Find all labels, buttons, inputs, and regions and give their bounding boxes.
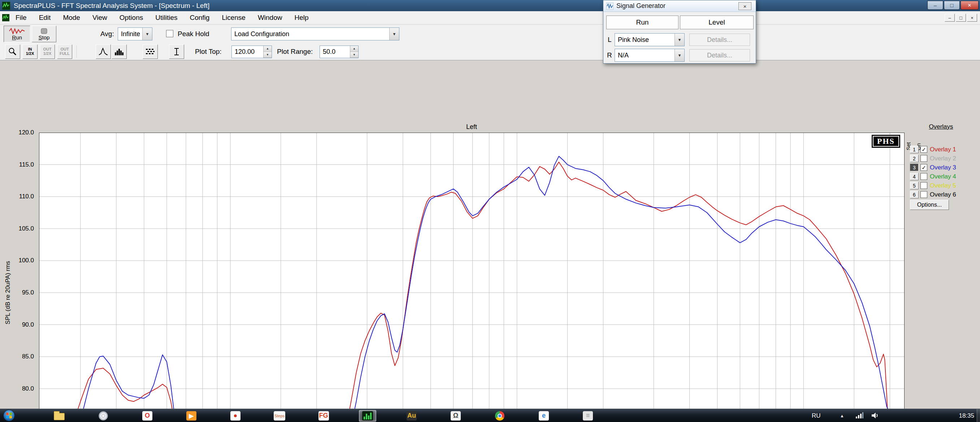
taskbar-omega-app[interactable]: Ω [447, 410, 465, 422]
taskbar-notes-grayed-icon: ≡ [583, 411, 593, 420]
menu-item-license[interactable]: License [216, 14, 252, 22]
overlay-row-6: 6Overlay 6 [910, 190, 979, 199]
taskbar-explorer[interactable] [51, 410, 68, 422]
signal-generator-icon [606, 3, 614, 10]
mdi-minimize-button[interactable]: – [945, 14, 955, 22]
menu-item-edit[interactable]: Edit [33, 14, 57, 22]
series-overlay-1 [42, 162, 904, 422]
taskbar-fg-app-icon: FG [318, 411, 329, 420]
right-details-button[interactable]: Details... [689, 49, 750, 61]
signal-generator-window[interactable]: Signal Generator × Run Level L Pink Nois… [603, 0, 756, 64]
taskbar-notes-grayed[interactable]: ≡ [579, 410, 597, 422]
overlay-on-checkbox-5[interactable] [920, 182, 927, 189]
toolbar-main: Run Stop Avg: Infinite ▼ Peak Hold Load … [0, 25, 980, 43]
menu-item-options[interactable]: Options [113, 14, 149, 22]
mdi-restore-button[interactable]: □ [956, 14, 966, 22]
minimize-button[interactable]: – [927, 1, 943, 10]
plot-range-label: Plot Range: [277, 48, 313, 56]
taskbar-media-player[interactable]: ▶ [183, 410, 200, 422]
spectrum-curve-icon [98, 47, 108, 56]
y-tick-label: 90.0 [2, 321, 34, 328]
overlay-on-checkbox-2[interactable] [920, 155, 927, 162]
maximize-button[interactable]: □ [944, 1, 960, 10]
zoom-button[interactable] [5, 45, 20, 59]
phase-view-button[interactable] [169, 45, 184, 59]
show-desktop-button[interactable] [977, 409, 980, 422]
menu-item-view[interactable]: View [86, 14, 113, 22]
right-signal-combobox[interactable]: N/A ▼ [614, 49, 685, 62]
taskbar-red-circle-app[interactable]: ● [227, 410, 244, 422]
spectrum-plot[interactable] [39, 132, 905, 422]
overlay-on-checkbox-3[interactable]: ✓ [920, 164, 927, 171]
peak-hold-checkbox[interactable] [166, 30, 173, 37]
network-icon[interactable] [855, 412, 864, 419]
signal-generator-close-button[interactable]: × [738, 2, 751, 10]
taskbar-spectraplus[interactable] [359, 410, 376, 422]
menu-bar-items: FileEditModeViewOptionsUtilitiesConfigLi… [10, 14, 315, 22]
plot-range-spinner[interactable]: 50.0 ▲▼ [320, 46, 359, 58]
left-signal-value: Pink Noise [615, 33, 675, 46]
magnifier-icon [8, 47, 18, 56]
chevron-down-icon[interactable]: ▼ [389, 28, 399, 40]
zoom-in-half-button[interactable]: IN1/2X [22, 45, 38, 59]
load-configuration-combobox[interactable]: Load Configuration ▼ [231, 27, 399, 40]
chevron-down-icon[interactable]: ▼ [675, 49, 684, 61]
overlay-set-button-3[interactable]: 3 [910, 164, 919, 171]
overlay-on-checkbox-6[interactable] [920, 191, 927, 198]
menu-item-window[interactable]: Window [252, 14, 288, 22]
y-tick-label: 115.0 [2, 161, 34, 168]
zoom-out-half-button-label2: 1/2X [43, 52, 52, 56]
zoom-out-half-button[interactable]: OUT1/2X [40, 45, 55, 59]
left-signal-combobox[interactable]: Pink Noise ▼ [614, 33, 685, 46]
overlay-on-checkbox-4[interactable] [920, 173, 927, 180]
overlays-options-button[interactable]: Options... [910, 200, 949, 210]
mdi-close-button[interactable]: × [967, 14, 977, 22]
tray-clock[interactable]: 18:35 [959, 409, 974, 422]
right-channel-label: R [607, 51, 612, 59]
signal-generator-titlebar[interactable]: Signal Generator × [603, 0, 756, 12]
taskbar-opera[interactable]: O [138, 410, 156, 422]
plot-top-spinner[interactable]: 120.00 ▲▼ [231, 46, 272, 58]
taskbar-fg-app[interactable]: FG [315, 410, 332, 422]
chevron-down-icon[interactable]: ▼ [675, 33, 684, 46]
run-button[interactable]: Run [3, 25, 30, 42]
spinner-arrows-icon[interactable]: ▲▼ [350, 46, 358, 58]
chevron-down-icon[interactable]: ▼ [142, 28, 152, 40]
overlay-on-checkbox-1[interactable]: ✓ [920, 146, 927, 153]
left-details-button[interactable]: Details... [689, 33, 750, 46]
menu-item-utilities[interactable]: Utilities [149, 14, 183, 22]
menu-item-mode[interactable]: Mode [57, 14, 86, 22]
spectrum-view-button[interactable] [96, 45, 111, 59]
tray-hidden-icons-arrow[interactable]: ▲ [840, 409, 844, 422]
start-button[interactable] [3, 409, 15, 422]
taskbar-ie[interactable]: e [535, 410, 552, 422]
octave-bars-view-button[interactable] [111, 45, 127, 59]
speaker-icon[interactable] [871, 412, 880, 419]
taskbar-opera-icon: O [142, 411, 153, 420]
taskbar-cd-player[interactable] [95, 410, 112, 422]
overlay-set-button-1[interactable]: 1 [910, 146, 919, 153]
taskbar-red-circle-app-icon: ● [231, 411, 240, 420]
overlay-set-button-4[interactable]: 4 [910, 173, 919, 180]
taskbar-icons: O▶●StepsFGAuΩe≡ [51, 410, 597, 422]
close-button[interactable]: × [961, 1, 978, 10]
overlay-set-button-2[interactable]: 2 [910, 154, 919, 162]
taskbar-audacity[interactable]: Au [403, 410, 420, 422]
signal-generator-level-button[interactable]: Level [680, 16, 754, 29]
overlay-set-button-5[interactable]: 5 [910, 182, 919, 190]
spectrogram-icon [145, 47, 155, 56]
stop-button[interactable]: Stop [32, 25, 56, 42]
signal-generator-run-button[interactable]: Run [606, 16, 678, 29]
menu-item-help[interactable]: Help [288, 14, 315, 22]
taskbar-chrome[interactable] [491, 410, 508, 422]
taskbar-audacity-icon: Au [407, 411, 417, 420]
avg-combobox[interactable]: Infinite ▼ [118, 27, 153, 40]
overlay-set-button-6[interactable]: 6 [910, 191, 919, 198]
menu-item-file[interactable]: File [10, 14, 33, 22]
spinner-arrows-icon[interactable]: ▲▼ [263, 46, 272, 58]
tray-language-indicator[interactable]: RU [812, 409, 821, 422]
zoom-out-full-button[interactable]: OUTFULL [57, 45, 72, 59]
taskbar-steps-app[interactable]: Steps [271, 410, 288, 422]
spectrogram-view-button[interactable] [143, 45, 158, 59]
menu-item-config[interactable]: Config [183, 14, 216, 22]
